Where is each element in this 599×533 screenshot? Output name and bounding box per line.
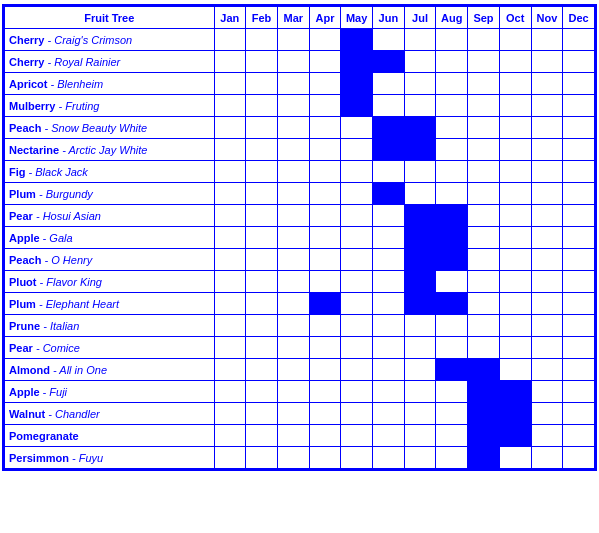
cell-row13-month10 — [531, 315, 563, 337]
cell-row13-month3 — [309, 315, 341, 337]
cell-row13-month4 — [341, 315, 373, 337]
cell-row10-month5 — [373, 249, 405, 271]
fruit-variety: Snow Beauty White — [51, 122, 147, 134]
cell-row4-month8 — [468, 117, 500, 139]
cell-row4-month2 — [277, 117, 309, 139]
cell-row13-month7 — [436, 315, 468, 337]
cell-row16-month2 — [277, 381, 309, 403]
fruit-variety: Fuji — [49, 386, 67, 398]
fruit-variety: All in One — [59, 364, 107, 376]
cell-row19-month2 — [277, 447, 309, 469]
cell-row18-month5 — [373, 425, 405, 447]
table-row: Apricot - Blenheim — [5, 73, 595, 95]
cell-row2-month10 — [531, 73, 563, 95]
cell-row3-month3 — [309, 95, 341, 117]
cell-row11-month7 — [436, 271, 468, 293]
cell-row15-month6 — [404, 359, 436, 381]
fruit-variety: O Henry — [51, 254, 92, 266]
table-row: Fig - Black Jack — [5, 161, 595, 183]
cell-row17-month11 — [563, 403, 595, 425]
cell-row17-month7 — [436, 403, 468, 425]
cell-row9-month8 — [468, 227, 500, 249]
cell-row0-month5 — [373, 29, 405, 51]
fruit-name-3: Mulberry - Fruting — [5, 95, 215, 117]
cell-row12-month11 — [563, 293, 595, 315]
cell-row19-month1 — [246, 447, 278, 469]
table-row: Peach - Snow Beauty White — [5, 117, 595, 139]
cell-row12-month4 — [341, 293, 373, 315]
cell-row4-month1 — [246, 117, 278, 139]
cell-row8-month1 — [246, 205, 278, 227]
cell-row5-month7 — [436, 139, 468, 161]
header-month-jun: Jun — [373, 7, 405, 29]
table-row: Cherry - Royal Rainier — [5, 51, 595, 73]
fruit-type: Persimmon — [9, 452, 69, 464]
cell-row14-month3 — [309, 337, 341, 359]
fruit-name-15: Almond - All in One — [5, 359, 215, 381]
cell-row9-month4 — [341, 227, 373, 249]
cell-row1-month4 — [341, 51, 373, 73]
table-row: Apple - Gala — [5, 227, 595, 249]
cell-row3-month7 — [436, 95, 468, 117]
cell-row10-month11 — [563, 249, 595, 271]
fruit-name-6: Fig - Black Jack — [5, 161, 215, 183]
cell-row1-month11 — [563, 51, 595, 73]
cell-row6-month9 — [499, 161, 531, 183]
table-row: Peach - O Henry — [5, 249, 595, 271]
fruit-name-1: Cherry - Royal Rainier — [5, 51, 215, 73]
header-month-sep: Sep — [468, 7, 500, 29]
cell-row19-month0 — [214, 447, 246, 469]
cell-row8-month11 — [563, 205, 595, 227]
cell-row14-month5 — [373, 337, 405, 359]
cell-row9-month1 — [246, 227, 278, 249]
cell-row17-month4 — [341, 403, 373, 425]
fruit-type: Fig — [9, 166, 26, 178]
cell-row3-month1 — [246, 95, 278, 117]
cell-row3-month0 — [214, 95, 246, 117]
cell-row14-month2 — [277, 337, 309, 359]
cell-row4-month9 — [499, 117, 531, 139]
cell-row2-month4 — [341, 73, 373, 95]
cell-row6-month4 — [341, 161, 373, 183]
header-month-oct: Oct — [499, 7, 531, 29]
cell-row15-month3 — [309, 359, 341, 381]
cell-row1-month8 — [468, 51, 500, 73]
cell-row2-month2 — [277, 73, 309, 95]
fruit-variety: Burgundy — [46, 188, 93, 200]
cell-row4-month10 — [531, 117, 563, 139]
cell-row14-month1 — [246, 337, 278, 359]
cell-row18-month3 — [309, 425, 341, 447]
cell-row12-month1 — [246, 293, 278, 315]
cell-row10-month9 — [499, 249, 531, 271]
cell-row16-month5 — [373, 381, 405, 403]
cell-row13-month5 — [373, 315, 405, 337]
header-month-dec: Dec — [563, 7, 595, 29]
cell-row2-month8 — [468, 73, 500, 95]
cell-row0-month10 — [531, 29, 563, 51]
table-row: Prune - Italian — [5, 315, 595, 337]
fruit-variety: Elephant Heart — [46, 298, 119, 310]
header-month-may: May — [341, 7, 373, 29]
cell-row11-month3 — [309, 271, 341, 293]
cell-row15-month4 — [341, 359, 373, 381]
cell-row15-month7 — [436, 359, 468, 381]
cell-row3-month5 — [373, 95, 405, 117]
cell-row9-month2 — [277, 227, 309, 249]
main-table-wrapper: Fruit Tree JanFebMarAprMayJunJulAugSepOc… — [2, 4, 597, 471]
cell-row19-month3 — [309, 447, 341, 469]
cell-row5-month2 — [277, 139, 309, 161]
fruit-variety: Craig's Crimson — [54, 34, 132, 46]
cell-row0-month4 — [341, 29, 373, 51]
cell-row11-month1 — [246, 271, 278, 293]
cell-row0-month8 — [468, 29, 500, 51]
cell-row4-month3 — [309, 117, 341, 139]
cell-row7-month1 — [246, 183, 278, 205]
cell-row16-month9 — [499, 381, 531, 403]
cell-row13-month9 — [499, 315, 531, 337]
cell-row12-month9 — [499, 293, 531, 315]
cell-row18-month8 — [468, 425, 500, 447]
cell-row19-month9 — [499, 447, 531, 469]
table-row: Plum - Burgundy — [5, 183, 595, 205]
cell-row15-month9 — [499, 359, 531, 381]
cell-row2-month3 — [309, 73, 341, 95]
